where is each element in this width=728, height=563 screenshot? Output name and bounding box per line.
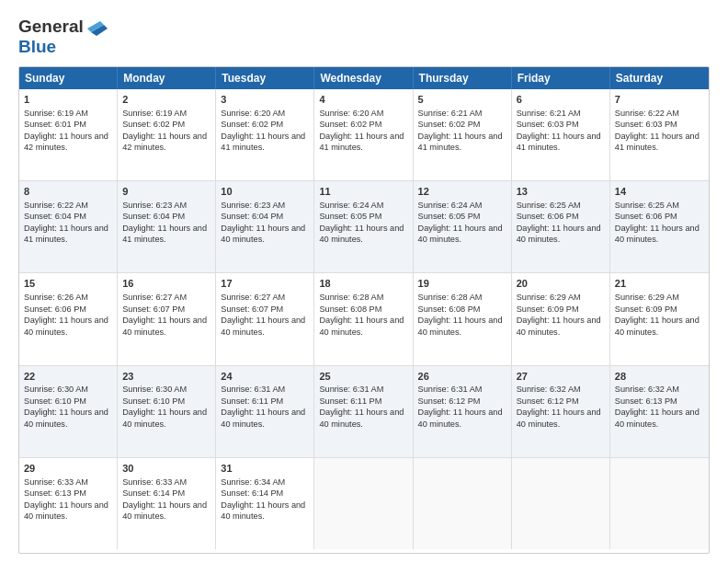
sunset-text: Sunset: 6:12 PM — [418, 396, 481, 406]
calendar-cell: 20Sunrise: 6:29 AMSunset: 6:09 PMDayligh… — [512, 273, 610, 364]
day-number: 17 — [221, 277, 309, 291]
sunrise-text: Sunrise: 6:23 AM — [221, 201, 285, 210]
sunset-text: Sunset: 6:09 PM — [615, 304, 677, 314]
calendar-cell: 7Sunrise: 6:22 AMSunset: 6:03 PMDaylight… — [610, 89, 709, 180]
logo-general: General — [18, 17, 84, 37]
sunset-text: Sunset: 6:08 PM — [319, 304, 381, 314]
day-number: 28 — [615, 370, 704, 384]
sunset-text: Sunset: 6:09 PM — [517, 304, 579, 314]
sunrise-text: Sunrise: 6:27 AM — [122, 293, 187, 302]
sunset-text: Sunset: 6:13 PM — [24, 488, 86, 498]
daylight-text: Daylight: 11 hours and 41 minutes. — [319, 132, 404, 152]
calendar-body: 1Sunrise: 6:19 AMSunset: 6:01 PMDaylight… — [19, 89, 709, 549]
sunset-text: Sunset: 6:03 PM — [615, 120, 677, 129]
day-number: 2 — [122, 93, 210, 107]
daylight-text: Daylight: 11 hours and 40 minutes. — [24, 500, 108, 521]
daylight-text: Daylight: 11 hours and 40 minutes. — [517, 408, 601, 428]
weekday-header: Friday — [512, 67, 610, 89]
calendar-cell: 5Sunrise: 6:21 AMSunset: 6:02 PMDaylight… — [414, 89, 512, 180]
daylight-text: Daylight: 11 hours and 42 minutes. — [24, 132, 108, 152]
sunset-text: Sunset: 6:05 PM — [319, 212, 381, 221]
weekday-header: Thursday — [414, 67, 512, 89]
calendar-cell: 22Sunrise: 6:30 AMSunset: 6:10 PMDayligh… — [19, 366, 118, 457]
day-number: 27 — [517, 370, 605, 384]
logo-icon — [87, 16, 108, 36]
weekday-header: Tuesday — [216, 67, 314, 89]
sunrise-text: Sunrise: 6:25 AM — [517, 201, 581, 210]
calendar-cell: 21Sunrise: 6:29 AMSunset: 6:09 PMDayligh… — [610, 273, 709, 364]
sunset-text: Sunset: 6:11 PM — [319, 396, 381, 406]
daylight-text: Daylight: 11 hours and 40 minutes. — [221, 224, 305, 244]
sunrise-text: Sunrise: 6:27 AM — [221, 293, 285, 302]
daylight-text: Daylight: 11 hours and 40 minutes. — [517, 316, 601, 336]
sunrise-text: Sunrise: 6:19 AM — [24, 109, 88, 118]
sunset-text: Sunset: 6:02 PM — [418, 120, 481, 129]
sunrise-text: Sunrise: 6:31 AM — [319, 385, 383, 394]
calendar-cell: 15Sunrise: 6:26 AMSunset: 6:06 PMDayligh… — [19, 273, 118, 364]
day-number: 1 — [24, 93, 112, 107]
sunset-text: Sunset: 6:11 PM — [221, 396, 283, 406]
sunrise-text: Sunrise: 6:20 AM — [221, 109, 285, 118]
sunset-text: Sunset: 6:04 PM — [122, 212, 185, 221]
day-number: 22 — [24, 370, 112, 384]
daylight-text: Daylight: 11 hours and 40 minutes. — [221, 500, 305, 521]
daylight-text: Daylight: 11 hours and 41 minutes. — [24, 224, 108, 244]
sunset-text: Sunset: 6:10 PM — [122, 396, 185, 406]
day-number: 29 — [24, 462, 112, 476]
calendar-cell: 31Sunrise: 6:34 AMSunset: 6:14 PMDayligh… — [216, 458, 314, 549]
sunrise-text: Sunrise: 6:21 AM — [418, 109, 483, 118]
day-number: 26 — [418, 370, 506, 384]
sunset-text: Sunset: 6:12 PM — [517, 396, 579, 406]
day-number: 16 — [122, 277, 210, 291]
sunset-text: Sunset: 6:07 PM — [221, 304, 283, 314]
calendar-row: 29Sunrise: 6:33 AMSunset: 6:13 PMDayligh… — [19, 458, 709, 549]
day-number: 5 — [418, 93, 506, 107]
daylight-text: Daylight: 11 hours and 40 minutes. — [615, 408, 700, 428]
calendar-cell: 1Sunrise: 6:19 AMSunset: 6:01 PMDaylight… — [19, 89, 118, 180]
calendar-cell: 14Sunrise: 6:25 AMSunset: 6:06 PMDayligh… — [610, 181, 709, 272]
sunrise-text: Sunrise: 6:26 AM — [24, 293, 88, 302]
daylight-text: Daylight: 11 hours and 41 minutes. — [221, 132, 305, 152]
day-number: 23 — [122, 370, 210, 384]
sunrise-text: Sunrise: 6:28 AM — [418, 293, 483, 302]
sunrise-text: Sunrise: 6:21 AM — [517, 109, 581, 118]
weekday-header: Sunday — [19, 67, 118, 89]
calendar: SundayMondayTuesdayWednesdayThursdayFrid… — [18, 66, 710, 554]
sunset-text: Sunset: 6:05 PM — [418, 212, 481, 221]
sunrise-text: Sunrise: 6:24 AM — [418, 201, 483, 210]
calendar-cell: 11Sunrise: 6:24 AMSunset: 6:05 PMDayligh… — [314, 181, 413, 272]
calendar-cell: 3Sunrise: 6:20 AMSunset: 6:02 PMDaylight… — [216, 89, 314, 180]
calendar-cell-empty — [512, 458, 610, 549]
sunrise-text: Sunrise: 6:31 AM — [418, 385, 483, 394]
weekday-header: Saturday — [610, 67, 709, 89]
sunset-text: Sunset: 6:08 PM — [418, 304, 481, 314]
daylight-text: Daylight: 11 hours and 40 minutes. — [122, 500, 207, 521]
sunrise-text: Sunrise: 6:22 AM — [24, 201, 88, 210]
daylight-text: Daylight: 11 hours and 40 minutes. — [24, 316, 108, 336]
daylight-text: Daylight: 11 hours and 41 minutes. — [418, 132, 503, 152]
sunrise-text: Sunrise: 6:30 AM — [122, 385, 187, 394]
sunset-text: Sunset: 6:01 PM — [24, 120, 86, 129]
day-number: 15 — [24, 277, 112, 291]
calendar-cell: 6Sunrise: 6:21 AMSunset: 6:03 PMDaylight… — [512, 89, 610, 180]
daylight-text: Daylight: 11 hours and 40 minutes. — [221, 408, 305, 428]
calendar-row: 22Sunrise: 6:30 AMSunset: 6:10 PMDayligh… — [19, 366, 709, 458]
day-number: 18 — [319, 277, 407, 291]
sunrise-text: Sunrise: 6:29 AM — [615, 293, 679, 302]
sunrise-text: Sunrise: 6:30 AM — [24, 385, 88, 394]
calendar-cell: 17Sunrise: 6:27 AMSunset: 6:07 PMDayligh… — [216, 273, 314, 364]
sunset-text: Sunset: 6:14 PM — [221, 488, 283, 498]
sunset-text: Sunset: 6:06 PM — [517, 212, 579, 221]
calendar-cell-empty — [314, 458, 413, 549]
daylight-text: Daylight: 11 hours and 40 minutes. — [122, 408, 207, 428]
sunset-text: Sunset: 6:13 PM — [615, 396, 677, 406]
daylight-text: Daylight: 11 hours and 40 minutes. — [418, 408, 503, 428]
calendar-cell: 19Sunrise: 6:28 AMSunset: 6:08 PMDayligh… — [414, 273, 512, 364]
daylight-text: Daylight: 11 hours and 41 minutes. — [615, 132, 700, 152]
day-number: 30 — [122, 462, 210, 476]
sunset-text: Sunset: 6:02 PM — [221, 120, 283, 129]
daylight-text: Daylight: 11 hours and 40 minutes. — [517, 224, 601, 244]
daylight-text: Daylight: 11 hours and 40 minutes. — [615, 316, 700, 336]
calendar-cell: 18Sunrise: 6:28 AMSunset: 6:08 PMDayligh… — [314, 273, 413, 364]
weekday-header: Monday — [118, 67, 216, 89]
